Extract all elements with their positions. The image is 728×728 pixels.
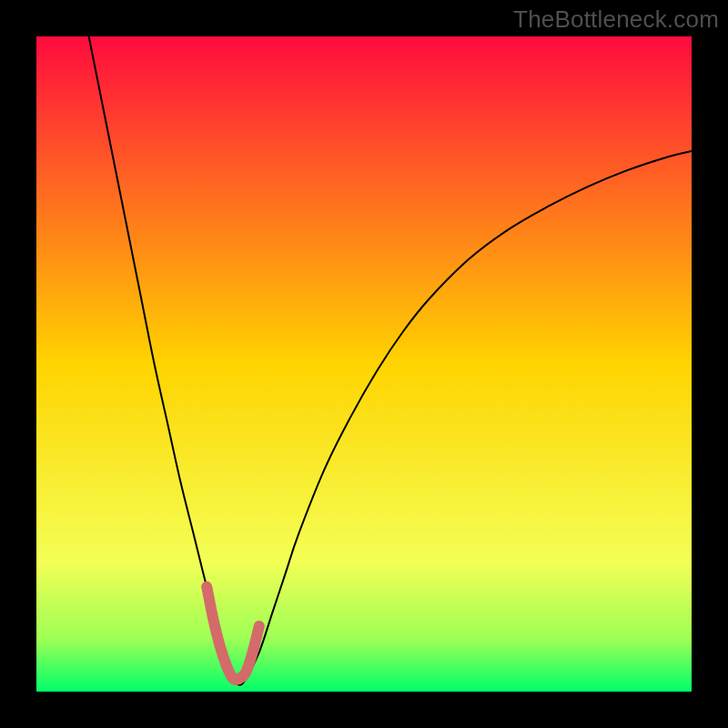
watermark-text: TheBottleneck.com: [513, 5, 719, 34]
chart-background: [36, 36, 692, 692]
chart-svg: [36, 36, 692, 692]
outer-frame: TheBottleneck.com: [0, 0, 728, 728]
chart-plot-area: [36, 36, 692, 692]
